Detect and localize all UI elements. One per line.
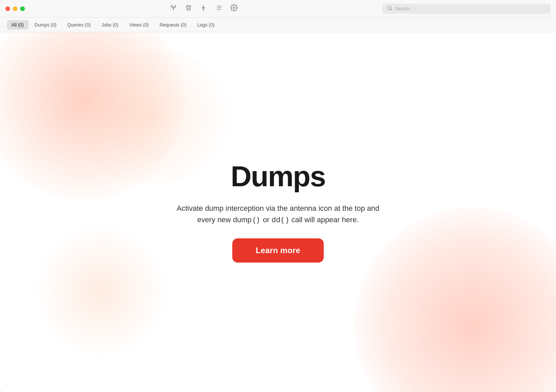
tab-queries[interactable]: Queries (0) [63, 20, 95, 30]
page-title: Dumps [231, 162, 325, 191]
main-description: Activate dump interception via the anten… [177, 203, 380, 226]
close-button[interactable] [5, 6, 10, 11]
search-input[interactable] [395, 6, 546, 11]
antenna-icon[interactable] [170, 4, 177, 13]
tab-requests[interactable]: Requests (0) [155, 20, 191, 30]
tab-bar: All (0) Dumps (0) Queries (0) Jobs (0) V… [0, 17, 556, 32]
pin-icon[interactable] [200, 4, 207, 13]
list-icon[interactable] [215, 4, 222, 13]
gradient-blob-4 [34, 224, 168, 358]
svg-line-9 [391, 9, 392, 10]
toolbar [32, 4, 376, 13]
tab-jobs[interactable]: Jobs (0) [97, 20, 123, 30]
titlebar [0, 0, 556, 17]
traffic-lights [5, 6, 25, 11]
learn-more-button[interactable]: Learn more [232, 238, 324, 263]
maximize-button[interactable] [20, 6, 25, 11]
svg-point-7 [233, 7, 235, 9]
hero-section: Dumps Activate dump interception via the… [163, 148, 393, 276]
search-bar[interactable] [383, 4, 551, 14]
app-window: All (0) Dumps (0) Queries (0) Jobs (0) V… [0, 0, 556, 392]
tab-dumps[interactable]: Dumps (0) [30, 20, 61, 30]
tab-views[interactable]: Views (0) [125, 20, 154, 30]
search-icon [387, 6, 392, 12]
minimize-button[interactable] [13, 6, 17, 11]
tab-logs[interactable]: Logs (0) [193, 20, 219, 30]
main-content: Dumps Activate dump interception via the… [0, 32, 556, 392]
settings-icon[interactable] [230, 4, 238, 13]
trash-icon[interactable] [185, 4, 192, 13]
tab-all[interactable]: All (0) [7, 20, 29, 30]
